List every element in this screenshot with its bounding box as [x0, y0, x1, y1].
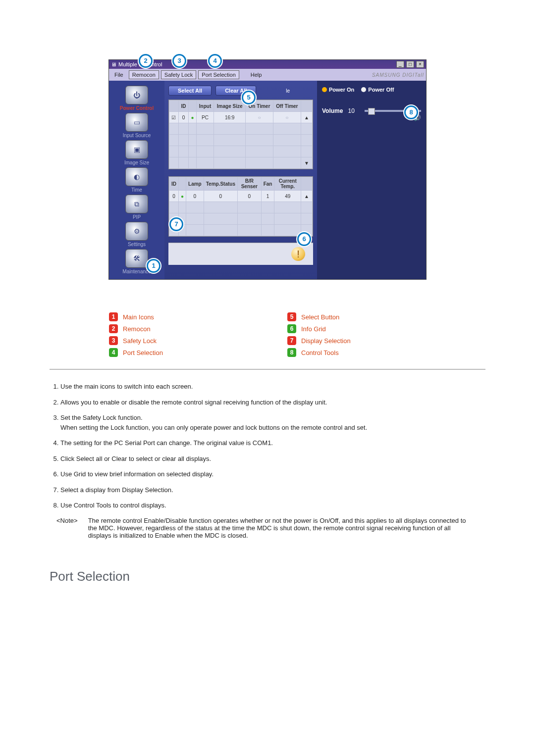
- display-selection-grid[interactable]: IDLampTemp.StatusB/R SenserFanCurrent Te…: [168, 176, 313, 237]
- note-item: Set the Safety Lock function.When settin…: [60, 413, 485, 432]
- callout-2: 2: [139, 54, 153, 68]
- sidebar-item-pip[interactable]: ⧉PIP: [112, 195, 161, 220]
- sidebar-item-input-source[interactable]: ▭Input Source: [112, 113, 161, 138]
- menu-safety-lock[interactable]: Safety Lock: [161, 70, 196, 79]
- note-item: The setting for the PC Serial Port can c…: [60, 438, 485, 448]
- menu-help[interactable]: Help: [247, 70, 266, 79]
- power-on-radio[interactable]: Power On: [322, 87, 354, 93]
- sidebar-icon: ⚙: [125, 222, 148, 241]
- display-grid-row[interactable]: [169, 213, 313, 225]
- note-item: Allows you to enable or disable the remo…: [60, 398, 485, 407]
- callout-6: 6: [297, 232, 311, 246]
- display-grid-row[interactable]: [169, 225, 313, 236]
- info-grid-row[interactable]: [169, 135, 313, 146]
- legend-label: Info Grid: [301, 325, 326, 333]
- notes-list: Use the main icons to switch into each s…: [50, 382, 485, 510]
- legend-label: Display Selection: [301, 337, 351, 345]
- window-title-bar: 🖥 Multiple D Control _ □ ×: [109, 60, 426, 69]
- legend-item-1: 1Main Icons: [109, 312, 248, 321]
- minimize-button[interactable]: _: [396, 61, 404, 68]
- mdc-app-window: 🖥 Multiple D Control _ □ × File Remocon …: [108, 59, 427, 280]
- info-grid-row[interactable]: ☑ 0 ● PC 16:9 ○ ○ ▲: [169, 112, 313, 123]
- sidebar-item-power-control[interactable]: ⏻Power Control: [112, 86, 161, 111]
- info-grid-row[interactable]: [169, 146, 313, 157]
- sidebar-icon: ▭: [125, 113, 148, 132]
- sidebar-item-label: Settings: [112, 242, 161, 247]
- callout-7: 7: [169, 217, 183, 231]
- callout-1: 1: [147, 259, 160, 273]
- legend-label: Safety Lock: [123, 337, 157, 345]
- callout-5: 5: [242, 91, 256, 104]
- legend-item-6: 6Info Grid: [287, 324, 426, 333]
- legend-bullet: 7: [287, 336, 296, 345]
- legend-bullet: 2: [109, 324, 118, 333]
- display-grid-row[interactable]: [169, 202, 313, 213]
- note-block: <Note> The remote control Enable/Disable…: [56, 517, 485, 539]
- legend-label: Select Button: [301, 313, 339, 321]
- divider: [50, 369, 485, 370]
- note-label: <Note>: [56, 517, 86, 524]
- sidebar-item-label: Image Size: [112, 160, 161, 165]
- legend-item-2: 2Remocon: [109, 324, 248, 333]
- info-grid-row[interactable]: [169, 123, 313, 135]
- menu-remocon[interactable]: Remocon: [129, 70, 159, 79]
- menu-file[interactable]: File: [111, 70, 127, 79]
- sidebar-icon: ◐: [125, 167, 148, 186]
- note-item: Use Control Tools to control displays.: [60, 501, 485, 510]
- window-controls: _ □ ×: [396, 61, 424, 68]
- sidebar-icon: ▣: [125, 140, 148, 159]
- app-icon: 🖥: [111, 61, 116, 67]
- note-item: Use the main icons to switch into each s…: [60, 382, 485, 392]
- sidebar-icon: 🛠: [125, 249, 148, 268]
- sidebar-item-image-size[interactable]: ▣Image Size: [112, 140, 161, 165]
- main-panel: Select All Clear All le IDInputImage Siz…: [164, 81, 317, 279]
- legend-label: Remocon: [123, 325, 151, 333]
- sidebar-item-time[interactable]: ◐Time: [112, 167, 161, 193]
- legend-bullet: 3: [109, 336, 118, 345]
- close-button[interactable]: ×: [416, 61, 424, 68]
- section-title-port-selection: Port Selection: [50, 569, 485, 584]
- sidebar-item-label: PIP: [112, 214, 161, 220]
- brand-label: SAMSUNG DIGITall: [372, 72, 424, 78]
- legend-label: Main Icons: [123, 313, 154, 321]
- power-off-radio[interactable]: Power Off: [361, 87, 394, 93]
- sidebar-item-settings[interactable]: ⚙Settings: [112, 222, 161, 247]
- note-text: The remote control Enable/Disable functi…: [88, 517, 475, 539]
- le-suffix-label: le: [286, 88, 290, 94]
- note-item: Use Grid to view brief information on se…: [60, 469, 485, 479]
- legend-bullet: 6: [287, 324, 296, 333]
- legend-label: Port Selection: [123, 349, 163, 356]
- callout-8: 8: [404, 105, 418, 119]
- legend-item-8: 8Control Tools: [287, 348, 426, 357]
- legend-item-5: 5Select Button: [287, 312, 426, 321]
- volume-label: Volume: [322, 107, 343, 114]
- callout-4: 4: [208, 54, 222, 68]
- info-grid-row[interactable]: ▼: [169, 157, 313, 169]
- legend: 1Main Icons2Remocon3Safety Lock4Port Sel…: [109, 309, 426, 360]
- legend-item-7: 7Display Selection: [287, 336, 426, 345]
- maximize-button[interactable]: □: [406, 61, 414, 68]
- sidebar-icon: ⧉: [125, 195, 148, 213]
- info-grid[interactable]: IDInputImage SizeOn TimerOff Timer ☑ 0 ●…: [168, 100, 313, 169]
- legend-bullet: 5: [287, 312, 296, 321]
- warning-icon: !: [291, 247, 305, 261]
- sidebar: ⏻Power Control▭Input Source▣Image Size◐T…: [109, 81, 164, 279]
- display-grid-row[interactable]: 0 ● 0 0 0 1 49 ▲: [169, 191, 313, 202]
- sidebar-item-label: Input Source: [112, 133, 161, 138]
- legend-label: Control Tools: [301, 349, 339, 356]
- legend-bullet: 1: [109, 312, 118, 321]
- select-all-button[interactable]: Select All: [168, 86, 212, 96]
- note-item: Select a display from Display Selection.: [60, 485, 485, 495]
- menu-bar: File Remocon Safety Lock Port Selection …: [109, 69, 426, 81]
- sidebar-icon: ⏻: [125, 86, 148, 104]
- sidebar-item-label: Time: [112, 187, 161, 193]
- legend-bullet: 8: [287, 348, 296, 357]
- callout-3: 3: [172, 54, 186, 68]
- legend-item-3: 3Safety Lock: [109, 336, 248, 345]
- sidebar-item-label: Power Control: [112, 105, 161, 111]
- legend-bullet: 4: [109, 348, 118, 357]
- volume-value: 10: [348, 107, 354, 114]
- status-bar: !: [168, 243, 313, 265]
- legend-item-4: 4Port Selection: [109, 348, 248, 357]
- menu-port-selection[interactable]: Port Selection: [198, 70, 239, 79]
